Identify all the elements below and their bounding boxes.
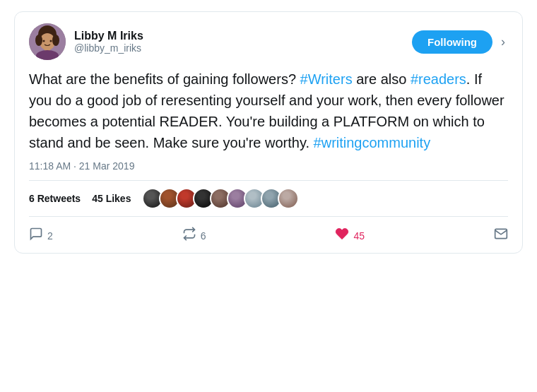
tweet-text-intro: What are the benefits of gaining followe… xyxy=(29,71,300,87)
heart-icon xyxy=(335,227,349,244)
reply-icon xyxy=(29,227,43,244)
liker-avatars xyxy=(142,188,299,209)
tweet-timestamp: 11:18 AM · 21 Mar 2019 xyxy=(29,160,508,172)
like-action[interactable]: 45 xyxy=(335,227,365,244)
svg-point-8 xyxy=(50,40,52,42)
chevron-down-icon[interactable]: › xyxy=(498,32,508,52)
tweet-actions: 2 6 45 xyxy=(29,224,508,244)
tweet-body: What are the benefits of gaining followe… xyxy=(29,69,508,153)
retweet-stat: 6 Retweets xyxy=(29,193,81,204)
hashtag-writers[interactable]: #Writers xyxy=(300,71,353,87)
hashtag-readers[interactable]: #readers xyxy=(411,71,466,87)
reply-action[interactable]: 2 xyxy=(29,227,53,244)
tweet-stats: 6 Retweets 45 Likes xyxy=(29,180,508,217)
dm-icon xyxy=(494,227,508,244)
liker-avatar-9 xyxy=(278,188,299,209)
tweet-header: Libby M Iriks @libby_m_iriks Following › xyxy=(29,23,508,60)
tweet-text-mid1: are also xyxy=(353,71,411,87)
like-count: 45 xyxy=(353,230,365,242)
reply-count: 2 xyxy=(47,230,53,242)
svg-point-4 xyxy=(52,35,59,46)
display-name[interactable]: Libby M Iriks xyxy=(74,30,412,42)
user-info: Libby M Iriks @libby_m_iriks xyxy=(74,30,412,54)
svg-point-3 xyxy=(35,35,42,46)
follow-button[interactable]: Following xyxy=(412,30,492,54)
svg-point-7 xyxy=(43,40,45,42)
hashtag-writingcommunity[interactable]: #writingcommunity xyxy=(314,135,431,150)
retweet-icon xyxy=(182,227,196,244)
avatar[interactable] xyxy=(29,23,66,60)
retweet-action[interactable]: 6 xyxy=(182,227,206,244)
retweet-count: 6 xyxy=(201,230,206,242)
header-actions: Following › xyxy=(412,30,508,54)
tweet-card: Libby M Iriks @libby_m_iriks Following ›… xyxy=(14,11,523,254)
likes-stat: 45 Likes xyxy=(92,193,131,204)
dm-action[interactable] xyxy=(494,227,508,244)
username[interactable]: @libby_m_iriks xyxy=(74,42,412,54)
